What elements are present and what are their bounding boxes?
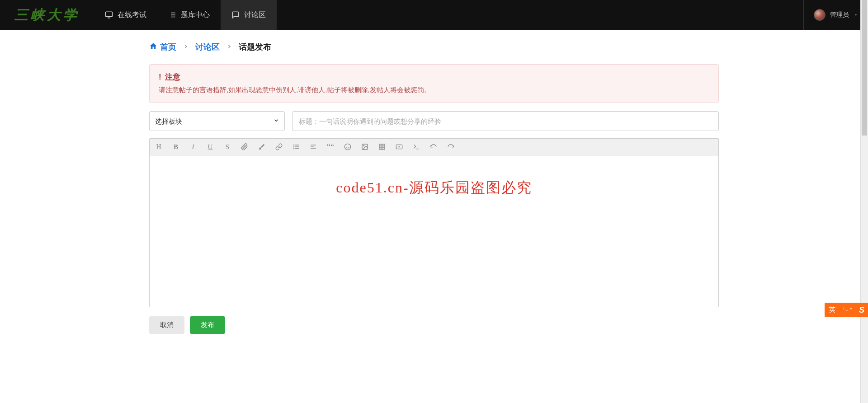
video-button[interactable]: [395, 142, 404, 151]
alert-body: 请注意帖子的言语措辞,如果出现恶意中伤别人,诽谤他人,帖子将被删除,发帖人将会被…: [159, 86, 709, 94]
home-icon: [149, 42, 157, 52]
nav-label: 讨论区: [244, 10, 266, 20]
align-button[interactable]: [309, 142, 318, 151]
top-navbar: 三峡大学 在线考试 题库中心 讨论区 管理员: [0, 0, 868, 30]
scrollbar-thumb[interactable]: [862, 0, 867, 136]
italic-button[interactable]: I: [189, 142, 198, 151]
brush-button[interactable]: [257, 142, 266, 151]
svg-rect-0: [106, 12, 113, 17]
heading-button[interactable]: H: [154, 142, 163, 151]
comment-icon: [231, 11, 240, 19]
underline-button[interactable]: U: [206, 142, 215, 151]
navbar-menu: 在线考试 题库中心 讨论区: [94, 0, 277, 30]
action-buttons: 取消 发布: [149, 316, 719, 334]
redo-button[interactable]: [446, 142, 455, 151]
nav-label: 在线考试: [118, 10, 146, 20]
scrollbar-track[interactable]: [860, 0, 868, 352]
watermark-text: code51.cn-源码乐园盗图必究: [150, 178, 718, 198]
form-row: 选择板块: [149, 111, 719, 131]
svg-marker-23: [399, 146, 401, 148]
ime-indicator[interactable]: 英 ° ⌣ ° S: [825, 303, 868, 317]
svg-point-12: [344, 144, 350, 150]
alert-title: ! 注意: [159, 72, 709, 82]
breadcrumb-current: 话题发布: [239, 42, 271, 52]
avatar: [814, 9, 826, 21]
rich-text-editor: H B I U S ““: [149, 138, 719, 307]
publish-button[interactable]: 发布: [190, 316, 225, 334]
image-button[interactable]: [360, 142, 369, 151]
ordered-list-button[interactable]: [292, 142, 301, 151]
warning-alert: ! 注意 请注意帖子的言语措辞,如果出现恶意中伤别人,诽谤他人,帖子将被删除,发…: [149, 64, 719, 103]
caret-down-icon: [854, 11, 858, 19]
board-select-wrap: 选择板块: [149, 111, 285, 131]
breadcrumb-section-label: 讨论区: [195, 42, 220, 52]
exclamation-icon: !: [159, 73, 161, 82]
attachment-button[interactable]: [240, 142, 249, 151]
user-name: 管理员: [830, 11, 849, 19]
nav-item-exam[interactable]: 在线考试: [94, 0, 157, 30]
list-icon: [168, 11, 176, 19]
emoji-button[interactable]: [343, 142, 352, 151]
cancel-button[interactable]: 取消: [149, 316, 184, 334]
chevron-right-icon: [226, 43, 232, 51]
breadcrumb-home-label: 首页: [160, 42, 176, 52]
bold-button[interactable]: B: [171, 142, 180, 151]
nav-label: 题库中心: [181, 10, 210, 20]
table-button[interactable]: [377, 142, 387, 151]
title-input-wrap: [292, 111, 719, 131]
board-select[interactable]: 选择板块: [149, 111, 285, 131]
quote-button[interactable]: ““: [326, 142, 335, 151]
title-input[interactable]: [292, 111, 719, 131]
svg-rect-17: [379, 144, 385, 150]
link-button[interactable]: [274, 142, 283, 151]
text-cursor: [158, 162, 158, 171]
undo-button[interactable]: [429, 142, 438, 151]
strikethrough-button[interactable]: S: [223, 142, 232, 151]
breadcrumb-home[interactable]: 首页: [149, 42, 176, 52]
alert-title-text: 注意: [165, 72, 180, 82]
nav-item-question-bank[interactable]: 题库中心: [157, 0, 221, 30]
ime-dots-icon: ° ⌣ °: [843, 307, 852, 313]
monitor-icon: [105, 11, 113, 19]
breadcrumb: 首页 讨论区 话题发布: [149, 39, 719, 55]
ime-logo-icon: S: [859, 305, 864, 315]
chevron-right-icon: [183, 43, 189, 51]
ime-lang: 英: [829, 306, 835, 314]
logo-text: 三峡大学: [14, 6, 80, 24]
site-logo[interactable]: 三峡大学: [0, 0, 94, 30]
editor-toolbar: H B I U S ““: [150, 139, 718, 155]
svg-point-16: [363, 145, 364, 146]
breadcrumb-section[interactable]: 讨论区: [195, 42, 220, 52]
terminal-button[interactable]: [412, 142, 421, 151]
nav-item-discussion[interactable]: 讨论区: [221, 0, 277, 30]
main-container: 首页 讨论区 话题发布 ! 注意 请注意帖子的言语措辞,如果出现恶意中伤别人,诽…: [149, 30, 719, 352]
editor-content[interactable]: code51.cn-源码乐园盗图必究: [150, 155, 718, 307]
user-menu[interactable]: 管理员: [803, 0, 868, 30]
